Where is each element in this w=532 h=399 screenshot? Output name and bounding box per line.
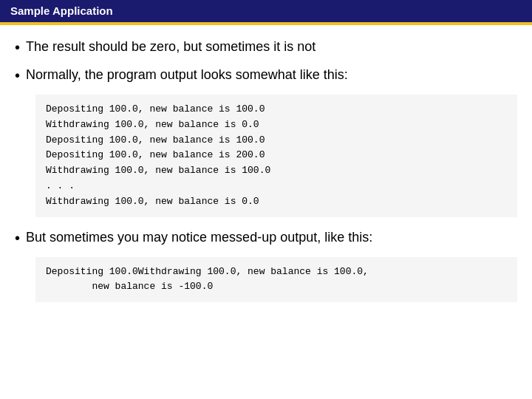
bullet-text-1: The result should be zero, but sometimes… [26,38,316,55]
header: Sample Application [0,0,532,22]
bullet-text-2: Normally, the program output looks somew… [26,66,348,83]
bullet-symbol-2: • [15,66,20,84]
page-container: Sample Application • The result should b… [0,0,532,399]
bullet-item-3: • But sometimes you may notice messed-up… [15,229,517,247]
bullet-item-2: • Normally, the program output looks som… [15,66,517,84]
content: • The result should be zero, but sometim… [0,25,532,317]
bullet-symbol-3: • [15,229,20,247]
bullet-symbol-1: • [15,38,20,56]
code-block-normal: Depositing 100.0, new balance is 100.0 W… [35,95,517,217]
code-block-messed: Depositing 100.0Withdrawing 100.0, new b… [35,257,517,303]
header-title: Sample Application [10,4,113,17]
bullet-text-3: But sometimes you may notice messed-up o… [26,229,372,246]
bullet-item-1: • The result should be zero, but sometim… [15,38,517,56]
